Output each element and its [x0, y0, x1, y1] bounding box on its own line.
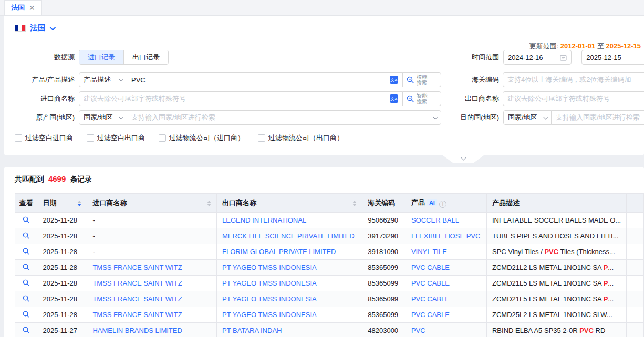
exporter-name-input[interactable]: 建议去除公司尾部字符或特殊符号: [503, 91, 644, 106]
extra-cell: [627, 244, 644, 260]
country-selector[interactable]: 法国: [15, 23, 54, 33]
end-date-input[interactable]: 2025-12-15: [581, 50, 644, 65]
update-range-end: 2025-12-15: [606, 42, 641, 50]
product-link[interactable]: PVC CABLE: [411, 264, 450, 271]
calendar-icon: [560, 54, 567, 61]
smart-search-button[interactable]: 智能搜索: [402, 91, 441, 106]
col-header-hs-code: 海关编码: [362, 194, 406, 213]
hs-code-input[interactable]: 支持4位以上海关编码，或2位海关编码加: [503, 72, 644, 87]
destination-country-input[interactable]: 支持输入国家/地区进行检索: [551, 110, 644, 125]
checkbox-icon[interactable]: [15, 134, 22, 142]
results-panel: 共匹配到 4699 条记录 查看 日期 进口商名称 出口商名称 海关编码 产品A…: [4, 167, 644, 337]
view-record-button[interactable]: [22, 231, 30, 239]
checkbox-icon[interactable]: [258, 134, 265, 142]
importer-link[interactable]: TMSS FRANCE SAINT WITZ: [92, 311, 182, 319]
checkbox-icon[interactable]: [159, 134, 166, 142]
hs-code-cell: 85365099: [362, 260, 406, 276]
view-record-button[interactable]: [22, 310, 30, 318]
destination-type-select[interactable]: 国家/地区: [503, 110, 552, 125]
match-count-line: 共匹配到 4699 条记录: [15, 174, 92, 184]
importer-name-input[interactable]: 建议去除公司尾部字符或特殊符号 文A: [79, 91, 403, 106]
col-header-exporter[interactable]: 出口商名称: [217, 194, 362, 213]
highlighted-keyword: PVC: [579, 327, 594, 334]
exporter-cell: PT YAGEO TMSS INDONESIA: [217, 276, 362, 291]
col-header-description: 产品描述: [486, 194, 626, 213]
importer-link[interactable]: TMSS FRANCE SAINT WITZ: [92, 279, 182, 287]
importer-link[interactable]: HAMELIN BRANDS LIMITED: [92, 327, 182, 334]
exporter-cell: LEGEND INTERNATIONAL: [217, 213, 362, 228]
hs-code-label: 海关编码: [441, 75, 499, 85]
checkbox-filter-blank-importer[interactable]: 过滤空白进口商: [15, 133, 73, 143]
checkbox-filter-blank-exporter[interactable]: 过滤空白出口商: [87, 133, 145, 143]
description-cell: RBIND ELBA A5 SP35 2-0R PVC RD: [486, 323, 626, 337]
tab-france[interactable]: 法国 ✕: [4, 0, 42, 15]
hs-code-cell: 39181090: [362, 244, 406, 260]
close-icon[interactable]: ✕: [29, 4, 35, 12]
checkbox-filter-logistics-exporter[interactable]: 过滤物流公司（出口商）: [258, 133, 344, 143]
col-header-importer[interactable]: 进口商名称: [87, 194, 217, 213]
exporter-link[interactable]: PT YAGEO TMSS INDONESIA: [222, 279, 317, 287]
hs-code-cell: 48203000: [362, 323, 406, 337]
exporter-link[interactable]: PT YAGEO TMSS INDONESIA: [222, 311, 317, 319]
view-record-button[interactable]: [22, 326, 30, 334]
importer-cell: TMSS FRANCE SAINT WITZ: [87, 291, 217, 307]
origin-type-select[interactable]: 国家/地区: [79, 110, 127, 125]
product-link[interactable]: PVC CABLE: [411, 295, 450, 303]
date-cell: 2025-11-27: [37, 323, 87, 337]
sort-control-date[interactable]: [77, 201, 81, 206]
table-row: 2025-11-28TMSS FRANCE SAINT WITZPT YAGEO…: [15, 276, 644, 291]
fuzzy-search-button[interactable]: 模糊搜索: [402, 72, 441, 87]
description-text: ...: [608, 264, 614, 271]
export-records-option[interactable]: 出口记录: [123, 50, 168, 64]
importer-link[interactable]: TMSS FRANCE SAINT WITZ: [92, 264, 182, 271]
info-icon[interactable]: i: [439, 201, 446, 208]
exporter-link[interactable]: LEGEND INTERNATIONAL: [222, 216, 306, 224]
col-header-date[interactable]: 日期: [37, 194, 87, 213]
product-link[interactable]: PVC CABLE: [411, 279, 450, 287]
exporter-link[interactable]: PT YAGEO TMSS INDONESIA: [222, 295, 317, 303]
description-cell: ZCMD21L5 LS METAL 1NO1NC SA P...: [486, 276, 626, 291]
hs-code-cell: 95066290: [362, 213, 406, 228]
start-date-input[interactable]: 2024-12-16: [503, 50, 572, 65]
exporter-link[interactable]: PT BATARA INDAH: [222, 327, 282, 334]
view-record-button[interactable]: [22, 263, 30, 271]
import-records-option[interactable]: 进口记录: [79, 50, 123, 64]
collapse-filters-button[interactable]: [443, 155, 484, 163]
importer-link[interactable]: TMSS FRANCE SAINT WITZ: [92, 295, 182, 303]
product-cell: PVC CABLE: [406, 291, 486, 307]
exporter-link[interactable]: PT YAGEO TMSS INDONESIA: [222, 264, 317, 271]
extra-cell: [627, 323, 644, 337]
product-link[interactable]: FLEXIBLE HOSE PVC: [411, 232, 481, 240]
product-link[interactable]: PVC CABLE: [411, 311, 450, 319]
view-record-cell: [15, 213, 37, 228]
view-record-button[interactable]: [22, 216, 30, 224]
checkbox-label: 过滤空白出口商: [97, 133, 145, 143]
sort-control-exporter[interactable]: [352, 201, 357, 206]
product-link[interactable]: PVC: [411, 327, 425, 334]
country-name: 法国: [30, 23, 46, 33]
col-header-extra: [627, 194, 644, 213]
sort-control-importer[interactable]: [207, 201, 211, 206]
checkbox-icon[interactable]: [87, 134, 94, 142]
product-link[interactable]: VINYL TILE: [411, 248, 447, 256]
translate-icon[interactable]: 文A: [390, 94, 398, 103]
translate-icon[interactable]: 文A: [390, 76, 398, 84]
view-record-cell: [15, 260, 37, 276]
product-link[interactable]: SOCCER BALL: [411, 216, 459, 224]
origin-country-input[interactable]: 支持输入国家/地区进行检索: [127, 110, 441, 125]
view-record-button[interactable]: [22, 294, 30, 302]
checkbox-filter-logistics-importer[interactable]: 过滤物流公司（进口商）: [159, 133, 244, 143]
table-row: 2025-11-28-MERCK LIFE SCIENCE PRIVATE LI…: [15, 228, 644, 244]
product-field-select[interactable]: 产品描述: [79, 72, 127, 87]
smart-search-label: 智能搜索: [417, 93, 427, 104]
exporter-link[interactable]: FLORIM GLOBAL PRIVATE LIMITED: [222, 248, 336, 256]
exporter-link[interactable]: MERCK LIFE SCIENCE PRIVATE LIMITED: [222, 232, 355, 240]
view-record-button[interactable]: [22, 279, 30, 287]
view-record-button[interactable]: [22, 247, 30, 255]
product-filter-label: 产品/产品描述: [4, 75, 75, 85]
product-search-input[interactable]: PVC 文A: [127, 72, 403, 87]
extra-cell: [627, 228, 644, 244]
importer-cell: TMSS FRANCE SAINT WITZ: [87, 260, 217, 276]
filter-panel: 法国 更新范围: 2012-01-01 至 2025-12-15 数据源 进口记…: [4, 16, 644, 155]
filter-checkboxes: 过滤空白进口商 过滤空白出口商 过滤物流公司（进口商） 过滤物流公司（出口商）: [15, 133, 344, 143]
